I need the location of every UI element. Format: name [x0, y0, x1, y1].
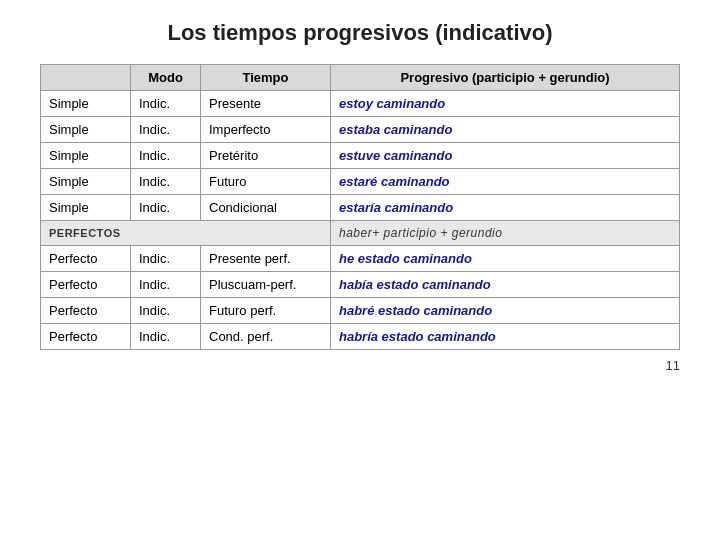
cell-progresivo: habré estado caminando: [331, 298, 680, 324]
cell-progresivo: había estado caminando: [331, 272, 680, 298]
page-title: Los tiempos progresivos (indicativo): [40, 20, 680, 46]
cell-tipo: Simple: [41, 169, 131, 195]
table-row: PerfectoIndic.Presente perf.he estado ca…: [41, 246, 680, 272]
perfectos-label: PERFECTOS: [41, 221, 331, 246]
header-tiempo: Tiempo: [201, 65, 331, 91]
table-row: PerfectoIndic.Cond. perf.habría estado c…: [41, 324, 680, 350]
cell-tiempo: Futuro perf.: [201, 298, 331, 324]
cell-modo: Indic.: [131, 298, 201, 324]
header-tipo: [41, 65, 131, 91]
cell-tipo: Perfecto: [41, 246, 131, 272]
cell-tiempo: Presente perf.: [201, 246, 331, 272]
perfectos-header-row: PERFECTOShaber+ participio + gerundio: [41, 221, 680, 246]
table-row: SimpleIndic.Imperfectoestaba caminando: [41, 117, 680, 143]
header-progresivo: Progresivo (participio + gerundio): [331, 65, 680, 91]
cell-progresivo: estuve caminando: [331, 143, 680, 169]
page-number: 11: [40, 358, 680, 373]
cell-tipo: Simple: [41, 195, 131, 221]
cell-progresivo: estoy caminando: [331, 91, 680, 117]
cell-modo: Indic.: [131, 272, 201, 298]
cell-modo: Indic.: [131, 324, 201, 350]
cell-modo: Indic.: [131, 195, 201, 221]
table-row: SimpleIndic.Condicionalestaría caminando: [41, 195, 680, 221]
cell-tiempo: Imperfecto: [201, 117, 331, 143]
cell-modo: Indic.: [131, 169, 201, 195]
perfectos-note: haber+ participio + gerundio: [331, 221, 680, 246]
cell-tiempo: Presente: [201, 91, 331, 117]
cell-progresivo: habría estado caminando: [331, 324, 680, 350]
cell-progresivo: he estado caminando: [331, 246, 680, 272]
cell-progresivo: estaría caminando: [331, 195, 680, 221]
cell-tiempo: Pluscuam-perf.: [201, 272, 331, 298]
cell-modo: Indic.: [131, 246, 201, 272]
table-row: SimpleIndic.Presenteestoy caminando: [41, 91, 680, 117]
cell-progresivo: estaba caminando: [331, 117, 680, 143]
cell-modo: Indic.: [131, 117, 201, 143]
table-row: PerfectoIndic.Pluscuam-perf.había estado…: [41, 272, 680, 298]
page: Los tiempos progresivos (indicativo) Mod…: [0, 0, 720, 540]
conjugation-table: Modo Tiempo Progresivo (participio + ger…: [40, 64, 680, 350]
table-row: PerfectoIndic.Futuro perf.habré estado c…: [41, 298, 680, 324]
cell-tipo: Simple: [41, 143, 131, 169]
cell-tipo: Simple: [41, 91, 131, 117]
cell-modo: Indic.: [131, 91, 201, 117]
cell-tipo: Perfecto: [41, 272, 131, 298]
cell-tipo: Simple: [41, 117, 131, 143]
cell-modo: Indic.: [131, 143, 201, 169]
cell-tiempo: Pretérito: [201, 143, 331, 169]
cell-tiempo: Cond. perf.: [201, 324, 331, 350]
cell-tipo: Perfecto: [41, 324, 131, 350]
cell-tipo: Perfecto: [41, 298, 131, 324]
header-modo: Modo: [131, 65, 201, 91]
table-row: SimpleIndic.Futuroestaré caminando: [41, 169, 680, 195]
cell-tiempo: Futuro: [201, 169, 331, 195]
cell-tiempo: Condicional: [201, 195, 331, 221]
table-row: SimpleIndic.Pretéritoestuve caminando: [41, 143, 680, 169]
cell-progresivo: estaré caminando: [331, 169, 680, 195]
